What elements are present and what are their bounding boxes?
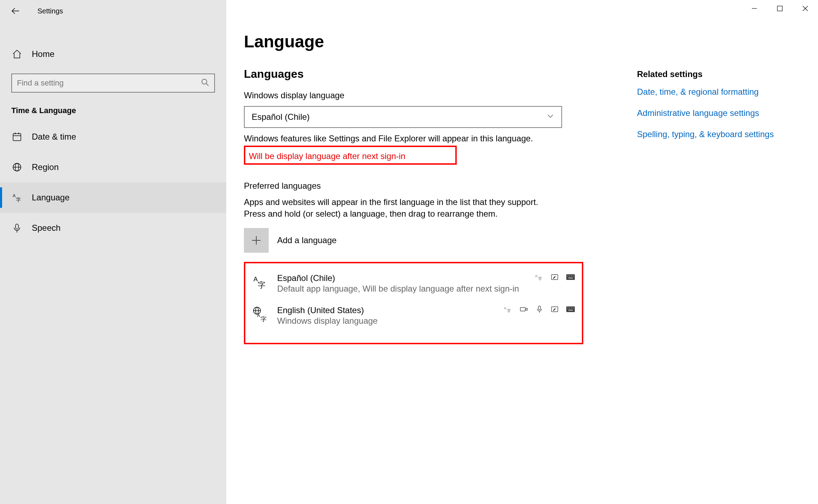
display-language-selected: Español (Chile)	[252, 112, 310, 122]
related-link[interactable]: Spelling, typing, & keyboard settings	[637, 129, 800, 139]
svg-rect-28	[571, 275, 572, 276]
related-link[interactable]: Administrative language settings	[637, 108, 800, 118]
sidebar-item-label: Speech	[32, 223, 60, 233]
pending-notice-highlight: Will be display language after next sign…	[244, 146, 457, 165]
app-title: Settings	[37, 7, 63, 15]
chevron-down-icon	[547, 112, 554, 122]
sidebar-item-label: Region	[32, 162, 59, 172]
svg-rect-47	[573, 307, 574, 309]
language-feature-icons: A字	[503, 305, 575, 313]
home-label: Home	[32, 49, 54, 59]
language-item[interactable]: A字 Español (Chile) Default app language,…	[249, 268, 578, 300]
display-feature-icon: A字	[534, 273, 544, 281]
language-meta: Windows display language	[277, 315, 495, 326]
svg-rect-30	[568, 277, 573, 279]
handwriting-feature-icon	[550, 305, 560, 313]
svg-rect-48	[568, 310, 573, 311]
svg-rect-1	[777, 6, 782, 11]
language-pack-icon: A字	[252, 273, 269, 290]
home-icon	[11, 48, 23, 60]
display-language-select[interactable]: Español (Chile)	[244, 106, 562, 128]
sidebar-item-speech[interactable]: Speech	[0, 213, 226, 243]
svg-rect-44	[567, 307, 568, 309]
keyboard-feature-icon	[566, 273, 575, 281]
preferred-desc: Apps and websites will appear in the fir…	[244, 197, 555, 219]
svg-text:字: 字	[261, 316, 267, 322]
sidebar-item-date-time[interactable]: Date & time	[0, 122, 226, 152]
pending-notice: Will be display language after next sign…	[249, 151, 452, 161]
svg-point-5	[202, 79, 207, 84]
language-pack-icon: A字	[252, 305, 269, 322]
keyboard-feature-icon	[566, 305, 575, 313]
date-time-icon	[11, 131, 23, 142]
language-item[interactable]: A字 English (United States) Windows displ…	[249, 300, 578, 332]
svg-text:字: 字	[16, 197, 21, 203]
svg-rect-26	[567, 275, 568, 276]
search-input-wrap[interactable]	[11, 74, 215, 93]
sidebar-item-region[interactable]: Region	[0, 152, 226, 182]
svg-rect-39	[526, 308, 527, 310]
sidebar-item-home[interactable]: Home	[0, 41, 226, 67]
svg-rect-27	[569, 275, 570, 276]
svg-rect-38	[520, 307, 525, 311]
language-name: English (United States)	[277, 305, 495, 315]
window-controls	[742, 0, 818, 17]
svg-text:字: 字	[538, 276, 542, 281]
svg-rect-29	[573, 275, 574, 276]
language-icon: A字	[11, 192, 23, 203]
svg-line-6	[206, 83, 209, 86]
add-language-button[interactable]: Add a language	[244, 228, 795, 253]
svg-text:A: A	[13, 193, 16, 198]
tts-feature-icon	[519, 305, 529, 313]
sidebar-item-label: Language	[32, 193, 70, 203]
region-icon	[11, 162, 23, 173]
svg-text:A: A	[535, 274, 537, 278]
sidebar-category: Time & Language	[0, 93, 226, 122]
svg-text:A: A	[253, 276, 258, 283]
display-feature-icon: A字	[503, 305, 513, 313]
speech-icon	[11, 222, 23, 234]
svg-rect-46	[571, 307, 572, 309]
svg-rect-40	[538, 306, 541, 310]
back-button[interactable]	[11, 6, 21, 16]
sidebar-item-label: Date & time	[32, 132, 76, 142]
maximize-button[interactable]	[767, 0, 793, 17]
sidebar-item-language[interactable]: A字 Language	[0, 182, 226, 213]
handwriting-feature-icon	[550, 273, 560, 281]
preferred-language-list-highlight: A字 Español (Chile) Default app language,…	[244, 262, 583, 344]
svg-rect-45	[569, 307, 570, 309]
add-language-label: Add a language	[277, 235, 337, 245]
sidebar: Settings Home Time & Language Date & tim…	[0, 0, 226, 504]
search-input[interactable]	[17, 78, 201, 88]
related-settings: Related settings Date, time, & regional …	[637, 69, 800, 151]
close-button[interactable]	[793, 0, 818, 17]
related-link[interactable]: Date, time, & regional formatting	[637, 87, 800, 97]
svg-rect-7	[13, 134, 21, 141]
search-icon	[201, 78, 209, 88]
svg-text:A: A	[504, 306, 506, 310]
language-name: Español (Chile)	[277, 273, 526, 283]
preferred-heading: Preferred languages	[244, 181, 795, 191]
speech-feature-icon	[534, 305, 544, 313]
language-feature-icons: A字	[534, 273, 575, 281]
svg-text:A: A	[257, 313, 260, 318]
page-title: Language	[244, 32, 795, 51]
minimize-button[interactable]	[742, 0, 767, 17]
svg-text:字: 字	[258, 281, 265, 289]
svg-rect-16	[16, 224, 18, 229]
related-heading: Related settings	[637, 69, 800, 79]
language-meta: Default app language, Will be display la…	[277, 283, 526, 294]
plus-icon	[244, 228, 269, 253]
svg-text:字: 字	[507, 309, 511, 313]
display-lang-desc: Windows features like Settings and File …	[244, 133, 534, 144]
